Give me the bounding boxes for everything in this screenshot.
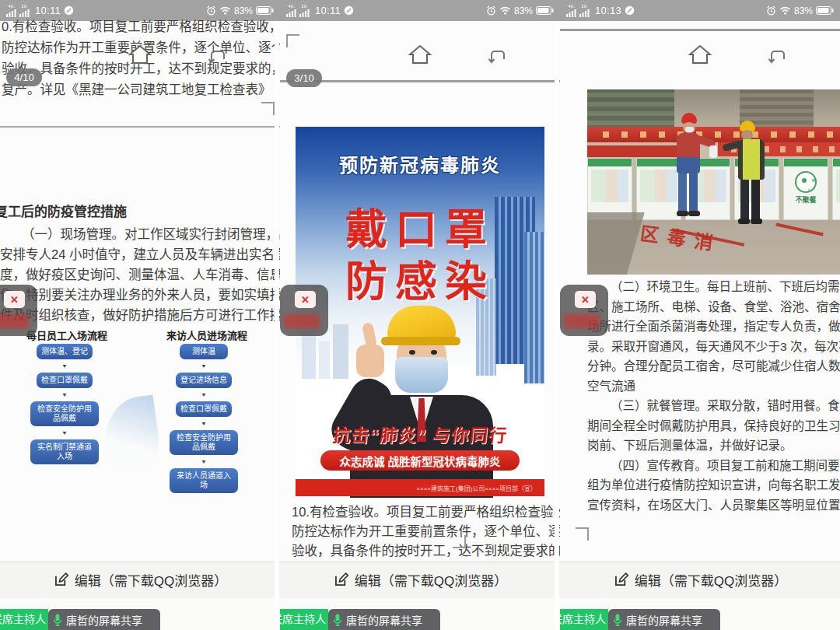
face-mask (395, 357, 448, 393)
doc-text-line: 作，特别要关注办理业务的外来人员，要如实填报健康信息 (0, 285, 280, 305)
screen-share-bar[interactable]: 联席主持人 唐哲的屏幕共享 (0, 609, 160, 630)
panel-seam (555, 21, 559, 630)
alarm-icon (206, 5, 216, 16)
screen-share-bar[interactable]: 联席主持人 唐哲的屏幕共享 (560, 609, 720, 630)
edit-button[interactable]: 编辑（需下载QQ浏览器） (280, 570, 560, 590)
signal-bars-icon: 4G (6, 4, 16, 17)
battery-percent: 83% (234, 5, 253, 16)
flowchart-right-column: 测体温登记进场信息检查口罩佩戴检查安全防护用品佩戴来访人员通道入场 (162, 344, 246, 493)
battery-percent: 83% (794, 5, 813, 16)
virus-diagram-icon (795, 171, 817, 193)
crop-corner-mark (286, 34, 299, 47)
screen-share-pill[interactable]: 唐哲的屏幕共享 (48, 609, 160, 630)
close-icon[interactable]: ✕ (575, 291, 596, 308)
wifi-icon (219, 6, 231, 15)
poster-banner: 众志成诚 战胜新型冠状病毒肺炎 (320, 450, 520, 471)
status-bar: 4G 2G 10:11 83% (280, 0, 560, 21)
doc-text-line: 岗前、下班后测量体温，并做好记录。 (587, 436, 840, 456)
skyline-illustration (302, 331, 316, 379)
flow-step: 实名制门禁通道入场 (30, 439, 99, 464)
flow-step: 检查口罩佩戴 (37, 373, 93, 388)
display-board (832, 158, 840, 220)
worker-eye (409, 350, 415, 355)
doc-text-line: 录。采取开窗通风，每天通风不少于3 次，每次不少于3 (587, 337, 840, 357)
edit-pencil-icon (613, 572, 629, 588)
edit-button[interactable]: 编辑（需下载QQ浏览器） (0, 570, 280, 590)
sim1-label: 4G (9, 4, 14, 8)
covid-poster: 预防新冠病毒肺炎 戴口罩 防感染 抗击“肺炎” 与你同行 众志成诚 战胜新型冠状… (296, 127, 544, 498)
page-divider (280, 80, 560, 82)
page-badge: 3/10 (286, 69, 322, 87)
home-icon[interactable] (688, 44, 712, 65)
close-icon[interactable]: ✕ (295, 291, 316, 308)
hard-hat-brim (381, 337, 460, 345)
skyline-illustration (333, 324, 348, 379)
screenshot-collage: 4G 2G 10:11 83% 0.有检查验收。项目复工前要严格组织检查验收，将… (0, 0, 840, 630)
doc-text-line: 防控达标作为开工重要前置条件，逐个单位、逐个场所检查 (292, 522, 560, 541)
phone-screenshot-1: 4G 2G 10:11 83% 0.有检查验收。项目复工前要严格组织检查验收，将… (0, 0, 280, 630)
screen-share-pill[interactable]: 唐哲的屏幕共享 (608, 609, 720, 630)
doc-text-line: 安排专人24 小时值守，建立人员及车辆进出实名登记制 (0, 244, 280, 264)
signal-bars-icon: 2G (299, 4, 310, 17)
doc-text-line: （四）宣传教育。项目复工前和施工期间要以工区、 (587, 456, 840, 476)
clock-time: 10:11 (315, 5, 341, 16)
page-divider (0, 126, 280, 128)
flow-step: 登记进场信息 (176, 373, 232, 388)
edit-button-label: 编辑（需下载QQ浏览器） (635, 570, 787, 590)
sim1-label: 4G (289, 4, 294, 8)
watermark-badge: ✕ (280, 285, 328, 336)
doc-text-line: 场所进行全面杀菌消毒处理，指定专人负责，做好消毒记 (587, 317, 840, 337)
mic-icon (333, 614, 342, 626)
screen-share-label: 唐哲的屏幕共享 (346, 612, 422, 628)
watermark-badge: ✕ (0, 285, 37, 336)
battery-icon (536, 6, 554, 15)
edit-button[interactable]: 编辑（需下载QQ浏览器） (560, 570, 840, 590)
screen-share-bar[interactable]: 联席主持人 唐哲的屏幕共享 (280, 609, 440, 630)
page-divider (560, 29, 840, 31)
clock-time: 10:13 (595, 5, 621, 16)
doc-text-line: （三）就餐管理。采取分散，错时用餐。食堂人员工 (587, 396, 840, 416)
watermark-red-text (284, 314, 320, 328)
wifi-icon (499, 6, 511, 15)
back-icon[interactable] (207, 48, 227, 64)
flow-step: 检查安全防护用品佩戴 (30, 401, 99, 426)
spray-bottle (709, 145, 717, 158)
screen-share-pill[interactable]: 唐哲的屏幕共享 (328, 609, 440, 630)
doc-text-line: 度，做好疫区史询问、测量体温、人车消毒、信息登记等工 (0, 264, 280, 285)
paragraph-body: （二）环境卫生。每日上班前、下班后均需对项目办区、施工场所、电梯、设备、食堂、浴… (587, 277, 840, 515)
display-board-virus: 不聚餐 (783, 158, 828, 220)
flowchart-title-right: 来访人员进场流程 (166, 327, 247, 342)
back-icon[interactable] (487, 48, 507, 64)
flowchart-left-column: 测体温、登记检查口罩佩戴检查安全防护用品佩戴实名制门禁通道入场 (19, 344, 110, 464)
edit-pencil-icon (53, 572, 69, 588)
doc-text-line: 复产。详见《黑建一公司建筑工地复工检查表》 (2, 79, 280, 100)
sim2-label: 2G (582, 4, 587, 8)
signal-bars-icon: 2G (579, 4, 590, 17)
close-icon[interactable]: ✕ (4, 291, 25, 308)
screen-share-label: 唐哲的屏幕共享 (626, 612, 702, 628)
sim1-label: 4G (569, 4, 574, 8)
battery-icon (256, 6, 274, 15)
sim2-label: 2G (22, 4, 27, 8)
poster-title: 预防新冠病毒肺炎 (296, 150, 544, 177)
watermark-badge: ✕ (560, 285, 608, 336)
doc-text-line: （一）现场管理。对工作区域实行封闭管理，出入通道 (0, 224, 280, 244)
alarm-icon (486, 5, 496, 16)
display-board (587, 158, 632, 220)
edit-pencil-icon (333, 572, 349, 588)
hard-hat (387, 306, 456, 340)
home-icon[interactable] (408, 44, 432, 65)
paragraph-body: （一）现场管理。对工作区域实行封闭管理，出入通道安排专人24 小时值守，建立人员… (0, 224, 280, 325)
battery-icon (816, 6, 834, 15)
home-icon[interactable] (128, 44, 152, 65)
doc-text-line: 区、施工场所、电梯、设备、食堂、浴池、宿舍等所有公 (587, 297, 840, 317)
back-icon[interactable] (767, 48, 787, 64)
poster-headline-2: 防感染 (296, 247, 544, 309)
phone-screenshot-2: 4G 2G 10:11 83% 3/10 预防新冠病毒肺炎 (280, 0, 560, 630)
paragraph-bottom: 10.有检查验收。项目复工前要严格组织检查验收，将疫情防控达标作为开工重要前置条… (292, 502, 560, 561)
compass-icon (64, 5, 74, 16)
doc-text-line: 件及时组织核查，做好防护措施后方可进行工作接洽。 (0, 305, 280, 325)
clock-time: 10:11 (35, 5, 61, 16)
doc-text-line: 分钟。合理分配员工宿舍，尽可能减少住宿人数，保持室 (587, 356, 840, 376)
panel-seam (275, 21, 279, 630)
